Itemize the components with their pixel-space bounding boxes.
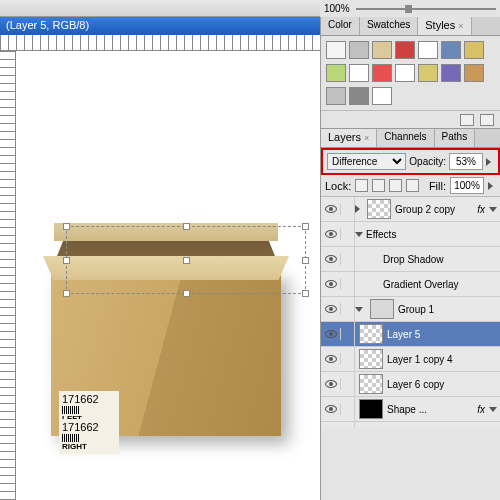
style-swatch[interactable]: [349, 41, 369, 59]
layer-name[interactable]: Layer 1 copy 4: [387, 354, 500, 365]
tab-channels[interactable]: Channels: [377, 129, 434, 147]
effect-name: Drop Shadow: [355, 254, 500, 265]
blend-mode-select[interactable]: Difference: [327, 153, 406, 170]
visibility-toggle[interactable]: [321, 228, 341, 240]
layer-row[interactable]: Layer 1 copy 4: [321, 347, 500, 372]
chevron-down-icon[interactable]: [355, 307, 363, 312]
visibility-toggle[interactable]: [321, 278, 341, 290]
visibility-toggle[interactable]: [321, 203, 341, 215]
eye-icon: [325, 380, 337, 388]
handle-bot-left[interactable]: [63, 290, 70, 297]
style-swatch[interactable]: [441, 64, 461, 82]
layer-row[interactable]: Group 1: [321, 297, 500, 322]
chevron-right-icon[interactable]: [486, 158, 491, 166]
new-style-icon[interactable]: [460, 114, 474, 126]
color-panel-tabs: Color Swatches Styles×: [321, 17, 500, 36]
ruler-vertical[interactable]: [0, 51, 16, 500]
zoom-slider[interactable]: [356, 8, 496, 10]
style-swatch[interactable]: [326, 87, 346, 105]
lock-move-icon[interactable]: [389, 179, 402, 192]
lock-transparency-icon[interactable]: [355, 179, 368, 192]
layer-thumbnail[interactable]: [359, 399, 383, 419]
opacity-input[interactable]: [449, 153, 483, 170]
zoom-control: 100%: [320, 0, 500, 17]
style-swatch[interactable]: [464, 41, 484, 59]
style-swatch[interactable]: [326, 64, 346, 82]
layer-thumbnail[interactable]: [359, 374, 383, 394]
handle-bot-right[interactable]: [302, 290, 309, 297]
layer-row[interactable]: Shape ...fx: [321, 397, 500, 422]
layers-list: Group 2 copyfxEffectsDrop ShadowGradient…: [321, 197, 500, 427]
close-icon[interactable]: ×: [458, 21, 463, 31]
chevron-right-icon[interactable]: [355, 205, 360, 213]
layer-row[interactable]: Effects: [321, 422, 500, 427]
close-icon[interactable]: ×: [364, 133, 369, 143]
layer-row[interactable]: Drop Shadow: [321, 247, 500, 272]
layer-name[interactable]: Group 2 copy: [395, 204, 477, 215]
layer-name[interactable]: Layer 5: [387, 329, 500, 340]
chevron-down-icon[interactable]: [355, 232, 363, 237]
handle-mid-left[interactable]: [63, 257, 70, 264]
handle-bot-center[interactable]: [183, 290, 190, 297]
zoom-slider-thumb[interactable]: [405, 5, 412, 13]
blend-opacity-row: Difference Opacity:: [321, 148, 500, 175]
style-swatch[interactable]: [395, 41, 415, 59]
chevron-right-icon[interactable]: [488, 182, 493, 190]
tab-layers[interactable]: Layers×: [321, 129, 377, 147]
visibility-toggle[interactable]: [321, 353, 341, 365]
style-swatch[interactable]: [372, 64, 392, 82]
lock-all-icon[interactable]: [406, 179, 419, 192]
lock-brush-icon[interactable]: [372, 179, 385, 192]
layer-name[interactable]: Shape ...: [387, 404, 477, 415]
layer-row[interactable]: Layer 6 copy: [321, 372, 500, 397]
layer-row[interactable]: Effects: [321, 222, 500, 247]
visibility-toggle[interactable]: [321, 328, 341, 340]
tab-paths[interactable]: Paths: [435, 129, 476, 147]
layer-thumbnail[interactable]: [367, 199, 391, 219]
fx-badge[interactable]: fx: [477, 204, 489, 215]
style-swatch[interactable]: [418, 41, 438, 59]
transform-bounding-box[interactable]: [66, 226, 306, 294]
style-swatch[interactable]: [326, 41, 346, 59]
handle-top-center[interactable]: [183, 223, 190, 230]
layer-thumbnail[interactable]: [370, 299, 394, 319]
style-swatch[interactable]: [418, 64, 438, 82]
chevron-down-icon[interactable]: [489, 207, 497, 212]
style-swatch[interactable]: [349, 64, 369, 82]
tab-swatches[interactable]: Swatches: [360, 17, 418, 35]
trash-icon[interactable]: [480, 114, 494, 126]
fx-badge[interactable]: fx: [477, 404, 489, 415]
layer-name[interactable]: Group 1: [398, 304, 500, 315]
handle-top-left[interactable]: [63, 223, 70, 230]
layer-thumbnail[interactable]: [359, 349, 383, 369]
handle-mid-right[interactable]: [302, 257, 309, 264]
visibility-toggle[interactable]: [321, 403, 341, 415]
eye-icon: [325, 330, 337, 338]
ruler-horizontal[interactable]: [0, 35, 320, 51]
style-swatch[interactable]: [441, 41, 461, 59]
styles-footer: [321, 110, 500, 128]
zoom-value[interactable]: 100%: [324, 3, 350, 14]
handle-center[interactable]: [183, 257, 190, 264]
handle-top-right[interactable]: [302, 223, 309, 230]
tab-styles[interactable]: Styles×: [418, 17, 471, 35]
layer-row[interactable]: Group 2 copyfx: [321, 197, 500, 222]
visibility-toggle[interactable]: [321, 253, 341, 265]
visibility-toggle[interactable]: [321, 378, 341, 390]
visibility-toggle[interactable]: [321, 303, 341, 315]
style-swatch[interactable]: [395, 64, 415, 82]
style-swatch[interactable]: [464, 64, 484, 82]
layer-thumbnail[interactable]: [359, 324, 383, 344]
barcode-icon: [62, 434, 80, 442]
layer-row[interactable]: Gradient Overlay: [321, 272, 500, 297]
tab-color[interactable]: Color: [321, 17, 360, 35]
document-titlebar: (Layer 5, RGB/8): [0, 17, 320, 35]
chevron-down-icon[interactable]: [489, 407, 497, 412]
style-swatch[interactable]: [372, 41, 392, 59]
layer-name[interactable]: Layer 6 copy: [387, 379, 500, 390]
style-swatch[interactable]: [349, 87, 369, 105]
fill-input[interactable]: [450, 177, 484, 194]
document-canvas[interactable]: 171662 LEFT 171662 RIGHT: [16, 51, 320, 500]
style-swatch[interactable]: [372, 87, 392, 105]
layer-row[interactable]: Layer 5: [321, 322, 500, 347]
